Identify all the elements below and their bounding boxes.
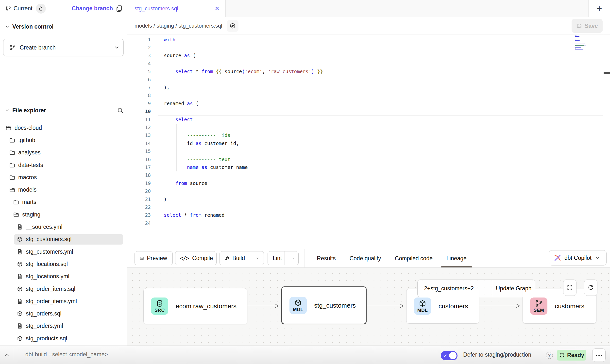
code-line[interactable]: 13 ---------- ids (127, 132, 610, 139)
chevron-up-icon[interactable] (3, 352, 10, 359)
code-line[interactable]: 1with (127, 36, 610, 44)
new-tab-button[interactable]: + (596, 4, 602, 13)
code-line[interactable]: 16 ---------- text (127, 155, 610, 163)
update-graph-button[interactable]: Update Graph (492, 280, 535, 297)
button-divider (285, 251, 285, 265)
cube-icon (294, 299, 302, 307)
code-text: select * from renamed (160, 212, 225, 218)
file-tree-item-stg-orders-sql[interactable]: stg_orders.sql (0, 307, 127, 320)
fullscreen-button[interactable] (563, 280, 576, 296)
file-explorer-header[interactable]: File explorer (0, 105, 127, 115)
line-number: 17 (127, 165, 160, 170)
code-text: source as ( (160, 53, 196, 58)
folder-icon (9, 174, 15, 181)
lineage-panel[interactable]: SRCecom.raw_customersMDLstg_customersMDL… (127, 267, 610, 346)
code-line[interactable]: 22 (127, 203, 610, 211)
compile-button[interactable]: </> Compile (175, 251, 217, 265)
lineage-node-ecom-raw-customers[interactable]: SRCecom.raw_customers (143, 288, 247, 324)
file-tree-item-data-tests[interactable]: data-tests (0, 159, 127, 171)
code-line[interactable]: 18 (127, 171, 610, 179)
model-icon (17, 311, 23, 317)
code-line[interactable]: 14 id as customer_id, (127, 139, 610, 147)
code-line[interactable]: 20 (127, 187, 610, 195)
dbt-copilot-button[interactable]: dbt Copilot (549, 250, 607, 265)
chevron-down-icon[interactable] (292, 255, 294, 261)
search-icon[interactable] (117, 107, 124, 114)
code-icon: </> (180, 255, 189, 261)
code-line[interactable]: 15 (127, 147, 610, 155)
document-icon (17, 323, 23, 329)
copilot-compass-icon (229, 22, 236, 29)
file-tree-item-stg-locations-yml[interactable]: stg_locations.yml (0, 270, 127, 283)
chevron-down-icon[interactable] (114, 44, 120, 51)
panel-tab-code-quality[interactable]: Code quality (343, 249, 388, 268)
file-tree-item-stg-order-items-sql[interactable]: stg_order_items.sql (0, 283, 127, 295)
copilot-edit-button[interactable] (227, 20, 238, 32)
node-label: stg_customers (314, 302, 356, 309)
code-line[interactable]: 21) (127, 195, 610, 203)
minimap-line (575, 45, 584, 46)
file-tree-item-stg-customers-yml[interactable]: stg_customers.yml (0, 246, 127, 258)
code-line[interactable]: 24 (127, 219, 610, 227)
code-line[interactable]: 9renamed as ( (127, 99, 610, 107)
code-line[interactable]: 3source as ( (127, 52, 610, 60)
file-tree-item-stg-locations-sql[interactable]: stg_locations.sql (0, 258, 127, 270)
help-icon[interactable]: ? (546, 352, 553, 359)
code-line[interactable]: 11 select (127, 116, 610, 123)
file-name: stg_locations.yml (26, 273, 69, 280)
file-tree-item-stg-customers-sql[interactable]: stg_customers.sql (0, 233, 127, 246)
file-tree-item-analyses[interactable]: analyses (0, 147, 127, 159)
code-line[interactable]: 23select * from renamed (127, 211, 610, 219)
document-icon (17, 298, 23, 304)
code-line[interactable]: 2 (127, 44, 610, 51)
code-line[interactable]: 10 (127, 108, 610, 116)
pane-resize-handle[interactable] (604, 72, 610, 74)
lineage-selector-input[interactable]: 2+stg_customers+2 (418, 280, 492, 297)
file-tree-item-macros[interactable]: macros (0, 171, 127, 183)
file-tree-item--sources-yml[interactable]: __sources.yml (0, 221, 127, 233)
cube-icon (419, 299, 426, 307)
file-tree-item-stg-order-items-yml[interactable]: stg_order_items.yml (0, 295, 127, 307)
panel-tab-lineage[interactable]: Lineage (440, 249, 474, 268)
code-line[interactable]: 12 (127, 123, 610, 131)
file-tree-item-docs-cloud[interactable]: docs-cloud (0, 122, 127, 134)
save-button[interactable]: Save (572, 19, 603, 33)
node-label: customers (439, 302, 468, 310)
copy-icon[interactable] (115, 5, 123, 13)
file-tree-item-stg-orders-yml[interactable]: stg_orders.yml (0, 320, 127, 332)
file-tree-item-marts[interactable]: marts (0, 196, 127, 208)
panel-tab-results[interactable]: Results (310, 249, 343, 268)
code-line[interactable]: 6 (127, 76, 610, 83)
line-number: 11 (127, 117, 160, 122)
code-line[interactable]: 7), (127, 83, 610, 91)
code-line[interactable]: 19 from source (127, 179, 610, 187)
file-tree-item--github[interactable]: .github (0, 134, 127, 146)
version-control-header[interactable]: Version control (0, 22, 127, 32)
code-editor[interactable]: 1with23source as (45 select * from {{ so… (127, 34, 610, 249)
file-tree-item-stg-products-sql[interactable]: stg_products.sql (0, 332, 127, 345)
lineage-node-stg-customers[interactable]: MDLstg_customers (281, 286, 367, 324)
version-control-title: Version control (12, 23, 53, 30)
code-line[interactable]: 4 (127, 60, 610, 67)
build-button[interactable]: Build (220, 251, 264, 265)
line-number: 5 (127, 69, 160, 74)
code-line[interactable]: 17 name as customer_name (127, 163, 610, 171)
file-tree-item-staging[interactable]: staging (0, 208, 127, 221)
cli-command-input[interactable]: dbt build --select <model_name> (25, 351, 108, 358)
code-line[interactable]: 5 select * from {{ source('ecom', 'raw_c… (127, 68, 610, 76)
file-tree-item-models[interactable]: models (0, 183, 127, 196)
lint-button[interactable]: Lint (268, 251, 299, 265)
code-line[interactable]: 8 (127, 92, 610, 99)
defer-toggle[interactable] (441, 351, 458, 360)
tab-stg-customers-sql[interactable]: stg_customers.sql ✕ (127, 0, 226, 17)
chevron-down-icon[interactable] (255, 255, 260, 261)
code-minimap[interactable] (575, 35, 604, 53)
create-branch-button[interactable]: Create branch (3, 39, 124, 56)
preview-button[interactable]: Preview (135, 251, 173, 265)
close-icon[interactable]: ✕ (215, 5, 220, 12)
refresh-button[interactable] (584, 280, 597, 296)
more-options-button[interactable] (592, 348, 606, 362)
change-branch-link[interactable]: Change branch (72, 5, 113, 12)
minimap-line (575, 44, 585, 44)
panel-tab-compiled-code[interactable]: Compiled code (388, 249, 440, 268)
